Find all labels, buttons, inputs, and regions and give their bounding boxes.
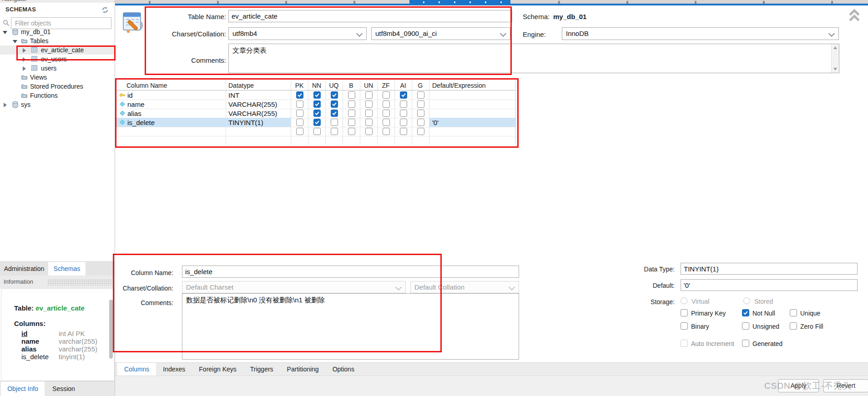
grid-row-is_delete[interactable]: is_deleteTINYINT(1)'0' [116,118,515,127]
column-collation-combo[interactable]: Default Collation [410,281,519,293]
default-input[interactable] [681,279,858,291]
checkbox-not-null[interactable] [742,309,749,316]
grid-checkbox-pk[interactable] [296,91,303,99]
editor-tab-indexes[interactable]: Indexes [156,363,192,376]
grid-row-alias[interactable]: aliasVARCHAR(255) [116,109,515,118]
info-panel-scrollbar[interactable] [109,300,113,359]
editor-tab-triggers[interactable]: Triggers [243,363,280,376]
grid-cell-datatype[interactable]: INT [228,91,239,99]
grid-checkbox-zf[interactable] [383,110,390,117]
expand-arrow-icon[interactable] [23,66,26,71]
grid-checkbox-un[interactable] [365,91,373,99]
grid-checkbox-uq[interactable] [331,128,338,135]
refresh-schemas-icon[interactable] [101,6,109,14]
grid-checkbox-b[interactable] [348,91,355,99]
grid-checkbox-ai[interactable] [400,110,407,117]
grid-checkbox-uq[interactable] [331,110,338,117]
grid-cell-name[interactable]: name [127,100,145,108]
grid-checkbox-un[interactable] [365,119,373,126]
expand-arrow-icon[interactable] [4,103,7,107]
grid-checkbox-un[interactable] [365,100,373,108]
grid-checkbox-zf[interactable] [383,91,390,99]
grid-checkbox-ai[interactable] [400,100,407,108]
checkbox-zero-fill[interactable] [790,322,797,330]
grid-checkbox-uq[interactable] [331,100,338,108]
column-name-input[interactable] [182,266,519,278]
expand-arrow-icon[interactable] [23,57,26,62]
table-charset-combo[interactable]: utf8mb4 [228,27,367,40]
tree-item-functions[interactable]: Functions [0,91,115,100]
editor-tab-columns[interactable]: Columns [117,363,156,376]
editor-tab-options[interactable]: Options [326,363,361,376]
checkbox-unique[interactable] [790,309,797,316]
scroll-up-icon[interactable] [833,46,837,49]
tree-item-stored-procedures[interactable]: Stored Procedures [0,82,115,91]
grid-checkbox-uq[interactable] [331,119,338,126]
checkbox-primary-key[interactable] [681,309,688,316]
tree-item-users[interactable]: users [0,64,115,73]
tab-administration[interactable]: Administration [0,262,48,276]
grid-cell-name[interactable]: alias [127,110,141,117]
collapse-panel-icon[interactable] [847,8,862,23]
information-section-header[interactable]: Information [0,276,115,288]
tree-item-sys[interactable]: sys [0,100,115,109]
grid-checkbox-un[interactable] [365,110,373,117]
editor-tab-foreign-keys[interactable]: Foreign Keys [192,363,243,376]
grid-checkbox-zf[interactable] [383,119,390,126]
engine-combo[interactable]: InnoDB [562,27,839,40]
grid-checkbox-pk[interactable] [296,119,303,126]
tree-item-tables[interactable]: Tables [0,36,115,45]
checkbox-generated[interactable] [742,340,749,347]
grid-checkbox-g[interactable] [417,110,424,117]
grid-row-empty[interactable] [116,127,515,136]
grid-checkbox-ai[interactable] [400,119,407,126]
tree-item-ev_article_cate[interactable]: ev_article_cate [0,45,115,55]
grid-checkbox-b[interactable] [348,110,355,117]
tab-object-info[interactable]: Object Info [1,381,45,396]
grid-checkbox-b[interactable] [348,100,355,108]
filter-objects-input[interactable] [14,19,107,27]
tab-schemas[interactable]: Schemas [48,262,86,276]
grid-checkbox-nn[interactable] [313,110,321,117]
tree-item-ev_users[interactable]: ev_users [0,55,115,64]
radio-virtual[interactable] [681,297,687,304]
grid-row-name[interactable]: nameVARCHAR(255) [116,100,515,109]
checkbox-auto-increment[interactable] [681,340,688,347]
grid-checkbox-nn[interactable] [313,128,321,135]
grid-checkbox-b[interactable] [348,128,355,135]
data-type-input[interactable] [681,263,858,275]
radio-stored[interactable] [743,297,750,304]
grid-checkbox-g[interactable] [417,119,424,126]
grid-checkbox-g[interactable] [417,100,424,108]
grid-checkbox-g[interactable] [417,91,424,99]
grid-checkbox-pk[interactable] [296,110,303,117]
grid-cell-datatype[interactable]: TINYINT(1) [228,119,263,126]
collapse-arrow-icon[interactable] [3,31,7,34]
editor-tab-partitioning[interactable]: Partitioning [280,363,326,376]
column-comments-textarea[interactable]: 数据是否被标记删除\n0 没有被删除\n1 被删除 [182,293,519,360]
grid-checkbox-uq[interactable] [331,91,338,99]
tab-session[interactable]: Session [45,381,82,396]
comments-scrollbar[interactable] [831,44,839,73]
scroll-down-icon[interactable] [833,68,837,70]
table-comments-textarea[interactable]: 文章分类表 [228,44,839,73]
grid-checkbox-zf[interactable] [383,128,390,135]
grid-cell-datatype[interactable]: VARCHAR(255) [228,110,277,117]
active-editor-tab[interactable] [409,0,510,4]
grid-cell-name[interactable]: id [127,91,133,99]
grid-checkbox-un[interactable] [365,128,373,135]
grid-checkbox-pk[interactable] [296,100,303,108]
grid-checkbox-pk[interactable] [296,128,303,135]
checkbox-unsigned[interactable] [742,322,749,330]
grid-checkbox-g[interactable] [417,128,424,135]
table-name-input[interactable] [228,10,512,22]
grid-checkbox-nn[interactable] [313,100,321,108]
tree-item-my_db_01[interactable]: my_db_01 [0,27,115,36]
table-collation-combo[interactable]: utf8mb4_0900_ai_ci [371,27,510,40]
expand-arrow-icon[interactable] [23,48,26,53]
collapse-arrow-icon[interactable] [13,40,17,43]
grid-checkbox-ai[interactable] [400,128,407,135]
grid-checkbox-nn[interactable] [313,91,321,99]
grid-cell-datatype[interactable]: VARCHAR(255) [228,100,277,108]
grid-row-id[interactable]: idINT [116,90,515,100]
